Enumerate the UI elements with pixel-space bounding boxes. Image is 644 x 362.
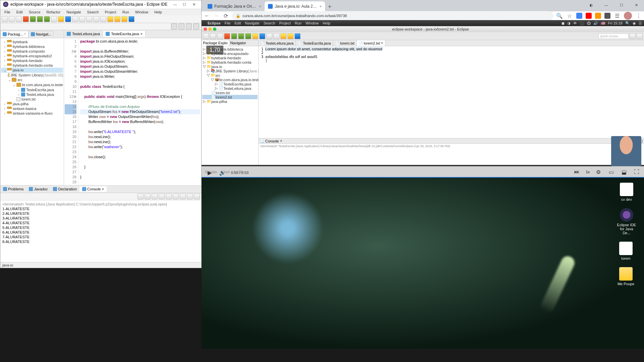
coverage-button[interactable]	[44, 16, 50, 22]
tree-item[interactable]: ›bytebank-biblioteca	[1, 44, 63, 49]
external-tools-button[interactable]	[51, 16, 57, 22]
word-wrap-icon[interactable]	[173, 193, 179, 199]
extension-icon[interactable]	[576, 13, 582, 19]
tree-item[interactable]: ›bytebank-herdado-conta	[1, 63, 63, 68]
reload-button[interactable]: ⟳	[222, 12, 229, 19]
tree-item-package[interactable]: ⌄br.com.alura.java.io.teste	[1, 82, 63, 87]
tree-item[interactable]: ›java-pilha	[1, 102, 63, 106]
menu-help[interactable]: Help	[152, 9, 165, 15]
last-edit-icon[interactable]	[107, 16, 113, 22]
desktop-icon-cvdev[interactable]: cv dev	[616, 183, 637, 201]
back-icon[interactable]	[114, 16, 120, 22]
menu-project[interactable]: Project	[102, 9, 119, 15]
menu-window[interactable]: Window	[132, 9, 151, 15]
display-console-icon[interactable]	[187, 193, 193, 199]
tab-console[interactable]: Console×	[79, 186, 107, 192]
package-explorer-tab[interactable]: Packag...×	[0, 31, 29, 37]
close-icon[interactable]: ×	[140, 32, 142, 36]
windows-taskbar[interactable]	[0, 349, 644, 362]
tab-javadoc[interactable]: Javadoc	[26, 186, 50, 192]
menu-navigate[interactable]: Navigate	[64, 9, 84, 15]
menu-source[interactable]: Source	[26, 9, 43, 15]
open-type-button[interactable]	[72, 16, 78, 22]
titlebar[interactable]: eclipse-workspace - java-io/src/br/com/a…	[0, 0, 201, 9]
menu-run[interactable]: Run	[120, 9, 132, 15]
tree-item[interactable]: ›sintaxe-variaveis-e-fluxo	[1, 111, 63, 116]
tab-declaration[interactable]: Declaration	[50, 186, 79, 192]
tree-item[interactable]: ›bytebank-herdado	[1, 58, 63, 63]
skip-breakpoints-icon[interactable]	[23, 16, 29, 22]
clear-console-icon[interactable]	[159, 193, 165, 199]
maximize-button[interactable]: ☐	[614, 0, 629, 10]
playback-rate[interactable]: 1x	[586, 170, 590, 174]
profile-avatar[interactable]	[624, 12, 632, 20]
zoom-icon[interactable]: 🔍	[556, 12, 563, 19]
debug-button[interactable]	[30, 16, 36, 22]
maximize-button[interactable]: ☐	[180, 1, 189, 8]
fullscreen-icon[interactable]: ⛶	[633, 168, 641, 176]
tree-item-javaio[interactable]: ⌄java-io	[1, 68, 63, 73]
menu-file[interactable]: File	[2, 9, 13, 15]
save-button[interactable]	[9, 16, 15, 22]
pip-icon[interactable]: ⬓	[620, 168, 628, 176]
minimize-button[interactable]: —	[599, 0, 614, 10]
chrome-menu-icon[interactable]: ⋮	[635, 12, 642, 19]
forward-button[interactable]: →	[213, 12, 220, 19]
remove-all-icon[interactable]	[152, 193, 158, 199]
run-button[interactable]	[37, 16, 43, 22]
open-console-icon[interactable]	[194, 193, 200, 199]
tree-item[interactable]: ›sintaxe-basica	[1, 106, 63, 111]
next-annotation-icon[interactable]	[93, 16, 99, 22]
code-editor[interactable]: 123⊕456789101112⊕13141516171819202122232…	[64, 38, 201, 185]
tree-item[interactable]: ›bytebank-composto	[1, 49, 63, 54]
menu-edit[interactable]: Edit	[14, 9, 25, 15]
minimize-button[interactable]: —	[170, 1, 180, 8]
omnibox[interactable]: 🔒cursos.alura.com.br/course/java-trabalh…	[232, 11, 553, 20]
search-button[interactable]	[79, 16, 85, 22]
new-package-icon[interactable]	[58, 16, 64, 22]
skip-forward-icon[interactable]: ⏭	[573, 168, 581, 176]
new-class-icon[interactable]	[65, 16, 71, 22]
close-button[interactable]: ✕	[189, 1, 199, 8]
toggle-mark-icon[interactable]	[86, 16, 92, 22]
tree-item-lorem[interactable]: lorem.txt	[1, 97, 63, 102]
bookmark-icon[interactable]: ☆	[566, 12, 573, 19]
new-button[interactable]	[2, 16, 8, 22]
theater-icon[interactable]: ▭	[607, 168, 615, 176]
scroll-lock-icon[interactable]	[166, 193, 172, 199]
close-icon[interactable]: ×	[259, 4, 261, 8]
desktop-icon-lorem[interactable]: lorem	[616, 242, 636, 260]
quick-access-icon[interactable]	[171, 23, 177, 29]
desktop-icon-mepoupe[interactable]: Me Poupe	[616, 267, 636, 286]
forward-icon[interactable]	[121, 16, 127, 22]
terminate-icon[interactable]	[138, 193, 144, 199]
debug-perspective-icon[interactable]	[193, 23, 199, 29]
save-all-button[interactable]	[16, 16, 22, 22]
prev-annotation-icon[interactable]	[100, 16, 106, 22]
tree-item-file[interactable]: ›TesteLeitura.java	[1, 92, 63, 97]
reading-list-icon[interactable]: ☰	[614, 12, 621, 19]
menu-search[interactable]: Search	[85, 9, 102, 15]
close-icon[interactable]: ×	[102, 187, 104, 191]
pin-editor-icon[interactable]	[128, 16, 135, 22]
open-perspective-icon[interactable]	[178, 23, 184, 29]
back-button[interactable]: ←	[204, 12, 210, 19]
code-text[interactable]: packagepackage br.com.alura.java.io.test…	[79, 38, 201, 185]
tree-item[interactable]: ›bytebank-encapsulado2	[1, 54, 63, 58]
tree-item-jre[interactable]: ›JRE System Library [JavaSE-15]	[1, 73, 63, 77]
video-player[interactable]: Eclipse File Edit Navigate Search Projec…	[202, 20, 644, 178]
project-tree[interactable]: ›bytebank ›bytebank-biblioteca ›bytebank…	[0, 38, 64, 185]
settings-icon[interactable]: ⚙	[594, 168, 602, 176]
play-button[interactable]: ▶	[206, 169, 214, 177]
tree-item-file[interactable]: ›TesteEscrita.java	[1, 87, 63, 92]
pin-console-icon[interactable]	[180, 193, 186, 199]
close-button[interactable]: ✕	[629, 0, 644, 10]
close-icon[interactable]: ×	[24, 32, 26, 36]
java-perspective-icon[interactable]	[186, 23, 192, 29]
remove-launch-icon[interactable]	[145, 193, 151, 199]
browser-tab-1[interactable]: Formação Java e Orientação a O×	[204, 1, 265, 11]
new-tab-button[interactable]: +	[325, 2, 334, 11]
menu-refactor[interactable]: Refactor	[44, 9, 63, 15]
desktop-icon-eclipse[interactable]: Eclipse IDE for Java De...	[616, 208, 637, 235]
extension-icon[interactable]	[595, 13, 601, 19]
